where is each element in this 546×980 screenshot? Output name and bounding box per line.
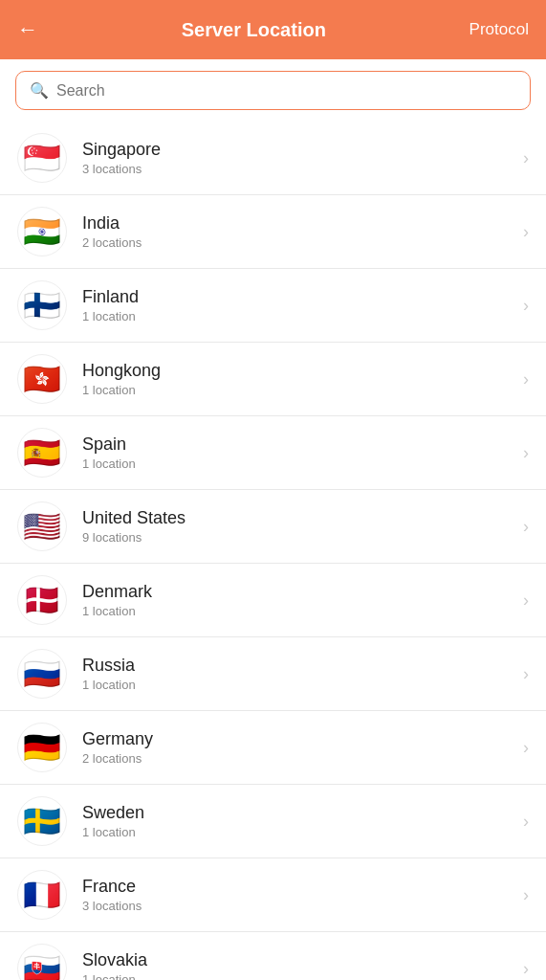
protocol-button[interactable]: Protocol bbox=[470, 20, 529, 39]
country-info-spain: Spain 1 location bbox=[82, 434, 515, 471]
country-name-russia: Russia bbox=[82, 656, 515, 676]
search-box: 🔍 bbox=[15, 71, 531, 110]
search-icon: 🔍 bbox=[30, 81, 49, 100]
country-name-germany: Germany bbox=[82, 729, 515, 749]
country-locations-france: 3 locations bbox=[82, 899, 515, 913]
country-info-singapore: Singapore 3 locations bbox=[82, 140, 515, 176]
flag-india: 🇮🇳 bbox=[17, 207, 67, 256]
country-name-slovakia: Slovakia bbox=[82, 950, 515, 970]
country-info-hongkong: Hongkong 1 location bbox=[82, 361, 515, 397]
chevron-icon-russia: › bbox=[523, 664, 529, 684]
country-info-sweden: Sweden 1 location bbox=[82, 803, 515, 839]
chevron-icon-slovakia: › bbox=[523, 959, 529, 979]
chevron-icon-germany: › bbox=[523, 738, 529, 758]
flag-sweden: 🇸🇪 bbox=[17, 796, 67, 846]
country-locations-denmark: 1 location bbox=[82, 604, 515, 618]
chevron-icon-singapore: › bbox=[523, 148, 529, 168]
flag-germany: 🇩🇪 bbox=[17, 723, 67, 772]
country-name-sweden: Sweden bbox=[82, 803, 515, 823]
country-locations-finland: 1 location bbox=[82, 309, 515, 323]
country-info-france: France 3 locations bbox=[82, 877, 515, 913]
flag-hongkong: 🇭🇰 bbox=[17, 354, 67, 404]
country-locations-germany: 2 locations bbox=[82, 751, 515, 766]
country-info-united-states: United States 9 locations bbox=[82, 508, 515, 545]
country-info-germany: Germany 2 locations bbox=[82, 729, 515, 766]
country-info-finland: Finland 1 location bbox=[82, 287, 515, 323]
page-title: Server Location bbox=[182, 19, 326, 41]
country-name-singapore: Singapore bbox=[82, 140, 515, 160]
country-locations-russia: 1 location bbox=[82, 678, 515, 692]
country-item-spain[interactable]: 🇪🇸 Spain 1 location › bbox=[0, 416, 546, 490]
chevron-icon-india: › bbox=[523, 222, 529, 242]
chevron-icon-spain: › bbox=[523, 443, 529, 463]
header: ← Server Location Protocol bbox=[0, 0, 546, 59]
search-container: 🔍 bbox=[0, 59, 546, 122]
country-locations-india: 2 locations bbox=[82, 235, 515, 250]
flag-singapore: 🇸🇬 bbox=[17, 133, 67, 183]
country-item-sweden[interactable]: 🇸🇪 Sweden 1 location › bbox=[0, 785, 546, 858]
country-locations-hongkong: 1 location bbox=[82, 383, 515, 397]
country-item-finland[interactable]: 🇫🇮 Finland 1 location › bbox=[0, 269, 546, 343]
flag-finland: 🇫🇮 bbox=[17, 280, 67, 330]
country-item-slovakia[interactable]: 🇸🇰 Slovakia 1 location › bbox=[0, 932, 546, 980]
country-name-hongkong: Hongkong bbox=[82, 361, 515, 381]
chevron-icon-sweden: › bbox=[523, 812, 529, 832]
country-name-united-states: United States bbox=[82, 508, 515, 528]
country-locations-united-states: 9 locations bbox=[82, 530, 515, 545]
country-name-france: France bbox=[82, 877, 515, 897]
country-info-russia: Russia 1 location bbox=[82, 656, 515, 692]
country-name-denmark: Denmark bbox=[82, 582, 515, 602]
country-item-singapore[interactable]: 🇸🇬 Singapore 3 locations › bbox=[0, 122, 546, 195]
chevron-icon-denmark: › bbox=[523, 590, 529, 611]
flag-slovakia: 🇸🇰 bbox=[17, 944, 67, 980]
country-name-india: India bbox=[82, 213, 515, 234]
country-item-united-states[interactable]: 🇺🇸 United States 9 locations › bbox=[0, 490, 546, 564]
flag-spain: 🇪🇸 bbox=[17, 428, 67, 478]
country-info-denmark: Denmark 1 location bbox=[82, 582, 515, 618]
chevron-icon-hongkong: › bbox=[523, 369, 529, 390]
flag-united-states: 🇺🇸 bbox=[17, 501, 67, 551]
country-info-india: India 2 locations bbox=[82, 213, 515, 250]
country-locations-sweden: 1 location bbox=[82, 825, 515, 839]
chevron-icon-united-states: › bbox=[523, 517, 529, 537]
country-item-russia[interactable]: 🇷🇺 Russia 1 location › bbox=[0, 637, 546, 711]
country-item-germany[interactable]: 🇩🇪 Germany 2 locations › bbox=[0, 711, 546, 785]
country-locations-spain: 1 location bbox=[82, 457, 515, 471]
country-item-india[interactable]: 🇮🇳 India 2 locations › bbox=[0, 195, 546, 269]
country-info-slovakia: Slovakia 1 location bbox=[82, 950, 515, 980]
country-item-denmark[interactable]: 🇩🇰 Denmark 1 location › bbox=[0, 564, 546, 637]
chevron-icon-finland: › bbox=[523, 296, 529, 316]
country-locations-singapore: 3 locations bbox=[82, 162, 515, 176]
flag-russia: 🇷🇺 bbox=[17, 649, 67, 699]
country-locations-slovakia: 1 location bbox=[82, 972, 515, 980]
back-button[interactable]: ← bbox=[17, 17, 38, 42]
country-item-france[interactable]: 🇫🇷 France 3 locations › bbox=[0, 858, 546, 932]
flag-france: 🇫🇷 bbox=[17, 870, 67, 920]
chevron-icon-france: › bbox=[523, 885, 529, 905]
country-name-finland: Finland bbox=[82, 287, 515, 307]
country-item-hongkong[interactable]: 🇭🇰 Hongkong 1 location › bbox=[0, 343, 546, 416]
search-input[interactable] bbox=[56, 82, 516, 100]
country-list: 🇸🇬 Singapore 3 locations › 🇮🇳 India 2 lo… bbox=[0, 122, 546, 980]
flag-denmark: 🇩🇰 bbox=[17, 575, 67, 625]
country-name-spain: Spain bbox=[82, 434, 515, 455]
